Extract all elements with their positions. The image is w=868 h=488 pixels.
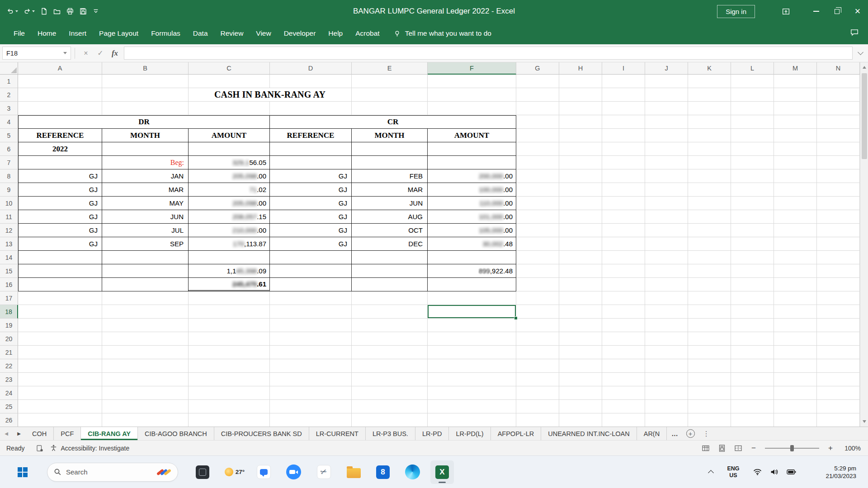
cell-A22[interactable] xyxy=(18,359,102,373)
cell-L10[interactable] xyxy=(731,197,774,210)
cell-M4[interactable] xyxy=(774,115,817,129)
cell-I15[interactable] xyxy=(602,264,645,278)
cell-I8[interactable] xyxy=(602,169,645,183)
cell-J13[interactable] xyxy=(645,237,688,251)
scrollbar-thumb[interactable] xyxy=(862,73,867,159)
cell-D7[interactable] xyxy=(270,156,352,169)
cell-L11[interactable] xyxy=(731,210,774,224)
cell-J22[interactable] xyxy=(645,359,688,373)
row-header-10[interactable]: 10 xyxy=(0,197,18,210)
cell-C18[interactable] xyxy=(189,305,270,319)
taskbar-search[interactable]: Search xyxy=(47,463,178,482)
cell-K16[interactable] xyxy=(688,278,731,291)
cell-A12[interactable]: GJ xyxy=(18,224,102,237)
cell-F5[interactable]: AMOUNT xyxy=(428,129,516,142)
cell-C25[interactable] xyxy=(189,400,270,413)
cell-G16[interactable] xyxy=(516,278,559,291)
cell-N9[interactable] xyxy=(817,183,860,197)
cell-A11[interactable]: GJ xyxy=(18,210,102,224)
cell-C23[interactable] xyxy=(189,373,270,386)
chevron-down-icon[interactable] xyxy=(63,52,67,54)
cell-L15[interactable] xyxy=(731,264,774,278)
cell-B19[interactable] xyxy=(102,319,189,332)
cell-K18[interactable] xyxy=(688,305,731,319)
cell-M21[interactable] xyxy=(774,346,817,359)
cell-B12[interactable]: JUL xyxy=(102,224,189,237)
cell-H20[interactable] xyxy=(559,332,602,346)
cell-I5[interactable] xyxy=(602,129,645,142)
cell-A10[interactable]: GJ xyxy=(18,197,102,210)
cell-C8[interactable]: 205,098.00 xyxy=(189,169,270,183)
row-header-25[interactable]: 25 xyxy=(0,400,18,413)
cell-B5[interactable]: MONTH xyxy=(102,129,189,142)
cell-M8[interactable] xyxy=(774,169,817,183)
cell-L13[interactable] xyxy=(731,237,774,251)
column-header-G[interactable]: G xyxy=(516,62,559,75)
cell-M24[interactable] xyxy=(774,386,817,400)
cell-N11[interactable] xyxy=(817,210,860,224)
cell-E6[interactable] xyxy=(352,142,428,156)
cell-I10[interactable] xyxy=(602,197,645,210)
cell-G6[interactable] xyxy=(516,142,559,156)
name-box[interactable]: F18 xyxy=(2,47,71,60)
cell-F3[interactable] xyxy=(428,102,516,115)
cell-B23[interactable] xyxy=(102,373,189,386)
cell-M13[interactable] xyxy=(774,237,817,251)
taskbar-weather-widget[interactable]: 27° xyxy=(221,461,248,483)
cell-M6[interactable] xyxy=(774,142,817,156)
cell-K19[interactable] xyxy=(688,319,731,332)
cell-F20[interactable] xyxy=(428,332,516,346)
cell-N5[interactable] xyxy=(817,129,860,142)
macro-record-button[interactable] xyxy=(36,445,43,452)
sign-in-button[interactable]: Sign in xyxy=(717,5,755,18)
cell-G8[interactable] xyxy=(516,169,559,183)
cell-K6[interactable] xyxy=(688,142,731,156)
cell-N16[interactable] xyxy=(817,278,860,291)
cell-N22[interactable] xyxy=(817,359,860,373)
row-header-18[interactable]: 18 xyxy=(0,305,18,319)
taskbar-app-8[interactable]: 8 xyxy=(373,461,393,483)
ribbon-display-options-button[interactable] xyxy=(777,0,795,23)
cell-I9[interactable] xyxy=(602,183,645,197)
cell-H1[interactable] xyxy=(559,75,602,88)
cell-M3[interactable] xyxy=(774,102,817,115)
cell-L25[interactable] xyxy=(731,400,774,413)
cell-L8[interactable] xyxy=(731,169,774,183)
comments-button[interactable] xyxy=(850,28,859,38)
cell-B18[interactable] xyxy=(102,305,189,319)
cell-C10[interactable]: 205,098.00 xyxy=(189,197,270,210)
cell-D10[interactable]: GJ xyxy=(270,197,352,210)
cell-I17[interactable] xyxy=(602,291,645,305)
cell-B6[interactable] xyxy=(102,142,189,156)
cell-G2[interactable] xyxy=(516,88,559,102)
cell-G18[interactable] xyxy=(516,305,559,319)
cell-E26[interactable] xyxy=(352,413,428,427)
cell-H7[interactable] xyxy=(559,156,602,169)
cell-A8[interactable]: GJ xyxy=(18,169,102,183)
cell-D15[interactable] xyxy=(270,264,352,278)
cell-J5[interactable] xyxy=(645,129,688,142)
row-header-21[interactable]: 21 xyxy=(0,346,18,359)
cell-N17[interactable] xyxy=(817,291,860,305)
formula-input[interactable] xyxy=(124,47,853,60)
cell-I18[interactable] xyxy=(602,305,645,319)
cell-K1[interactable] xyxy=(688,75,731,88)
cell-I20[interactable] xyxy=(602,332,645,346)
cell-F19[interactable] xyxy=(428,319,516,332)
cell-N3[interactable] xyxy=(817,102,860,115)
cell-E8[interactable]: FEB xyxy=(352,169,428,183)
cell-I7[interactable] xyxy=(602,156,645,169)
column-header-L[interactable]: L xyxy=(731,62,774,75)
cell-J19[interactable] xyxy=(645,319,688,332)
cell-D6[interactable] xyxy=(270,142,352,156)
row-header-8[interactable]: 8 xyxy=(0,169,18,183)
column-header-F[interactable]: F xyxy=(428,62,516,75)
select-all-button[interactable] xyxy=(0,62,18,75)
cell-M10[interactable] xyxy=(774,197,817,210)
cell-K26[interactable] xyxy=(688,413,731,427)
cell-A23[interactable] xyxy=(18,373,102,386)
row-header-15[interactable]: 15 xyxy=(0,264,18,278)
cell-N23[interactable] xyxy=(817,373,860,386)
save-button[interactable] xyxy=(79,7,87,15)
cell-A14[interactable] xyxy=(18,251,102,264)
